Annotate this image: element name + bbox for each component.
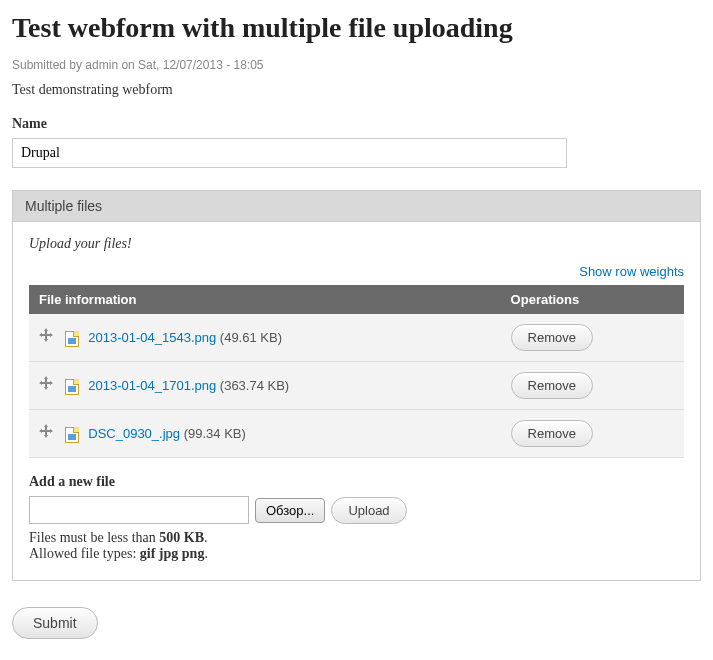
- submitted-meta: Submitted by admin on Sat, 12/07/2013 - …: [12, 58, 701, 72]
- files-table: File information Operations 2013-01-04_1…: [29, 285, 684, 458]
- col-operations: Operations: [501, 285, 684, 314]
- hint-size-val: 500 KB: [159, 530, 204, 545]
- drag-handle-icon[interactable]: [39, 424, 53, 438]
- table-row: 2013-01-04_1701.png (363.74 KB) Remove: [29, 362, 684, 410]
- page-description: Test demonstrating webform: [12, 82, 701, 98]
- file-icon: [65, 379, 79, 395]
- name-label: Name: [12, 116, 701, 132]
- file-icon: [65, 427, 79, 443]
- remove-button[interactable]: Remove: [511, 324, 593, 351]
- file-link[interactable]: DSC_0930_.jpg: [88, 426, 180, 441]
- fieldset-legend: Multiple files: [13, 191, 700, 222]
- table-row: 2013-01-04_1543.png (49.61 KB) Remove: [29, 314, 684, 362]
- browse-button[interactable]: Обзор...: [255, 498, 325, 523]
- table-row: DSC_0930_.jpg (99.34 KB) Remove: [29, 410, 684, 458]
- show-row-weights-link[interactable]: Show row weights: [579, 264, 684, 279]
- remove-button[interactable]: Remove: [511, 372, 593, 399]
- hint-types-pre: Allowed file types:: [29, 546, 140, 561]
- submit-button[interactable]: Submit: [12, 607, 98, 639]
- file-icon: [65, 331, 79, 347]
- add-file-label: Add a new file: [29, 474, 684, 490]
- hint-types-val: gif jpg png: [140, 546, 205, 561]
- col-file-info: File information: [29, 285, 501, 314]
- fieldset-help: Upload your files!: [29, 236, 684, 252]
- upload-button[interactable]: Upload: [331, 497, 406, 524]
- hint-size-pre: Files must be less than: [29, 530, 159, 545]
- name-input[interactable]: [12, 138, 567, 168]
- drag-handle-icon[interactable]: [39, 376, 53, 390]
- file-hints: Files must be less than 500 KB. Allowed …: [29, 530, 684, 562]
- remove-button[interactable]: Remove: [511, 420, 593, 447]
- file-size: (49.61 KB): [220, 330, 282, 345]
- drag-handle-icon[interactable]: [39, 328, 53, 342]
- file-path-input[interactable]: [29, 496, 249, 524]
- page-title: Test webform with multiple file uploadin…: [12, 12, 701, 44]
- file-link[interactable]: 2013-01-04_1543.png: [88, 330, 216, 345]
- file-size: (363.74 KB): [220, 378, 289, 393]
- multiple-files-fieldset: Multiple files Upload your files! Show r…: [12, 190, 701, 581]
- file-size: (99.34 KB): [184, 426, 246, 441]
- file-link[interactable]: 2013-01-04_1701.png: [88, 378, 216, 393]
